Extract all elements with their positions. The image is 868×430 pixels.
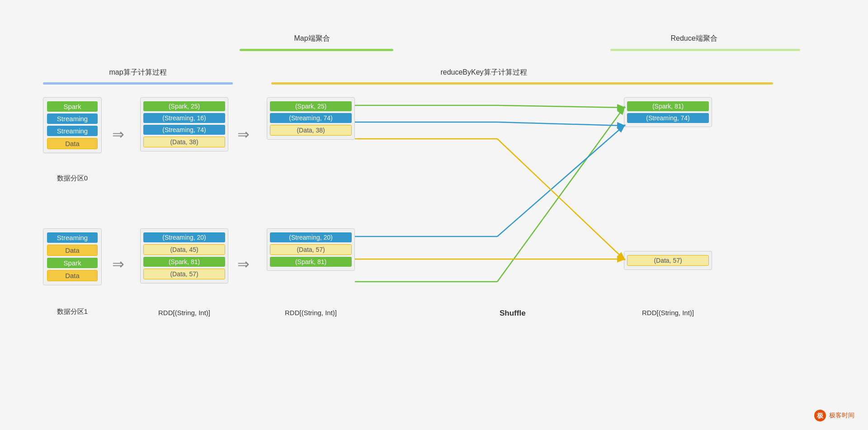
watermark-icon: 极 [814, 409, 826, 422]
tuple-spark81-p1: (Spark, 81) [143, 257, 225, 267]
tuple-stream16-p0: (Streaming, 16) [143, 113, 225, 123]
reduce-process-label: reduceByKey算子计算过程 [389, 68, 579, 77]
watermark-text: 极客时间 [829, 411, 854, 420]
tuple-data45-p1: (Data, 45) [143, 244, 225, 255]
arrow1-p0: ⇒ [112, 126, 124, 143]
svg-line-10 [497, 139, 624, 259]
result-spark81: (Spark, 81) [627, 101, 709, 111]
result-stream74: (Streaming, 74) [627, 113, 709, 123]
map-end-label: Map端聚合 [262, 34, 362, 43]
reduce-underbar [271, 82, 773, 85]
arrow2-p1: ⇒ [237, 255, 250, 273]
arrow2-p0: ⇒ [237, 126, 250, 143]
tuple-data38-p0: (Data, 38) [143, 137, 225, 147]
result-data57: (Data, 57) [627, 255, 709, 266]
map-process-label: map算子计算过程 [88, 68, 188, 77]
ms-stream74-p0: (Streaming, 74) [270, 113, 352, 123]
chip-data-p0: Data [47, 138, 98, 149]
watermark: 极 极客时间 [814, 409, 854, 422]
ms-spark-p0: (Spark, 25) [270, 101, 352, 111]
ms-data38-p0: (Data, 38) [270, 125, 352, 136]
result0-box: (Spark, 81) (Streaming, 74) [624, 97, 712, 127]
svg-text:极: 极 [816, 412, 824, 419]
shuffle-label: Shuffle [500, 309, 526, 318]
reduce-end-underbar [610, 49, 800, 51]
chip-streaming1-p0: Streaming [47, 113, 98, 124]
ms-data57-p1: (Data, 57) [270, 244, 352, 255]
tuple-stream20-p1: (Streaming, 20) [143, 232, 225, 242]
svg-line-6 [497, 105, 624, 108]
map-end-underbar [240, 49, 393, 51]
chip-streaming2-p0: Streaming [47, 126, 98, 136]
chip-spark-p0: Spark [47, 101, 98, 112]
tuple-data57-p1: (Data, 57) [143, 269, 225, 279]
rdd-label-1: RDD[(String, Int)] [140, 309, 228, 317]
arrow1-p1: ⇒ [112, 255, 124, 273]
chip-data2-p1: Data [47, 270, 98, 281]
partition0-label: 数据分区0 [43, 174, 102, 183]
rdd-label-3: RDD[(String, Int)] [624, 309, 712, 317]
partition1-label: 数据分区1 [43, 307, 102, 316]
chip-data1-p1: Data [47, 245, 98, 256]
tuples1-box: (Streaming, 20) (Data, 45) (Spark, 81) (… [140, 228, 228, 284]
map-underbar [43, 82, 233, 85]
map-sorted0-box: (Spark, 25) (Streaming, 74) (Data, 38) [267, 97, 355, 140]
tuples0-box: (Spark, 25) (Streaming, 16) (Streaming, … [140, 97, 228, 151]
ms-spark81-p1: (Spark, 81) [270, 257, 352, 267]
partition1-input: Streaming Data Spark Data [43, 228, 102, 285]
main-container: map算子计算过程 reduceByKey算子计算过程 Map端聚合 Reduc… [0, 0, 868, 430]
map-sorted1-box: (Streaming, 20) (Data, 57) (Spark, 81) [267, 228, 355, 271]
ms-stream20-p1: (Streaming, 20) [270, 232, 352, 242]
tuple-stream74-p0: (Streaming, 74) [143, 125, 225, 135]
rdd-label-2: RDD[(String, Int)] [267, 309, 355, 317]
svg-line-9 [497, 126, 624, 236]
svg-line-8 [497, 122, 624, 126]
reduce-end-label: Reduce端聚合 [642, 34, 746, 43]
chip-streaming-p1: Streaming [47, 232, 98, 243]
tuple-spark-p0: (Spark, 25) [143, 101, 225, 111]
partition0-input: Spark Streaming Streaming Data [43, 97, 102, 153]
result1-box: (Data, 57) [624, 251, 712, 270]
svg-line-7 [497, 108, 624, 282]
shuffle-arrows-svg [0, 0, 868, 430]
chip-spark-p1: Spark [47, 258, 98, 268]
